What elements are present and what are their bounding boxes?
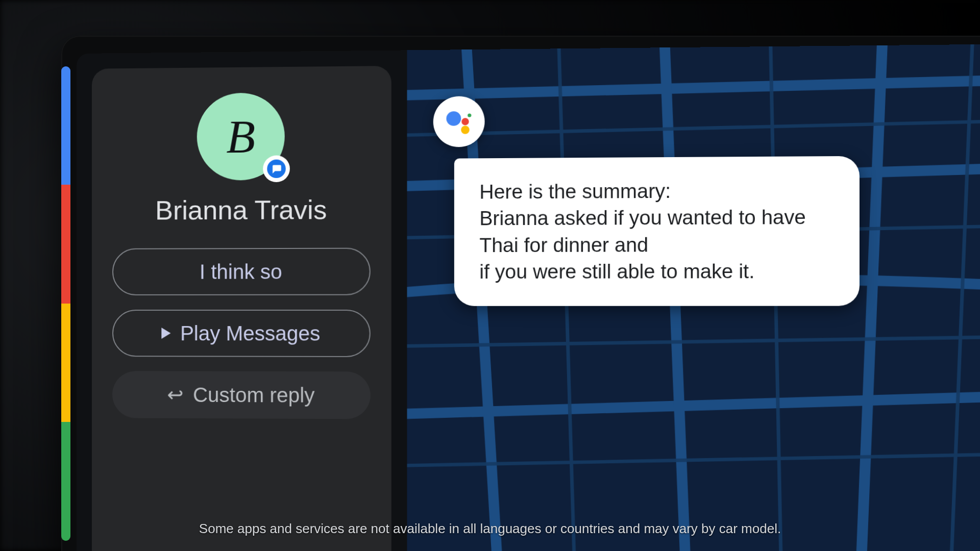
play-messages-label: Play Messages	[180, 322, 321, 345]
svg-point-4	[468, 114, 471, 117]
custom-reply-button[interactable]: ↩ Custom reply	[112, 371, 371, 419]
message-card: B Brianna Travis I think so Play Message…	[92, 66, 391, 551]
messages-app-badge	[263, 155, 290, 182]
custom-reply-label: Custom reply	[193, 383, 315, 407]
play-messages-button[interactable]: Play Messages	[112, 310, 371, 357]
contact-avatar[interactable]: B	[197, 92, 285, 180]
assistant-summary-text: Here is the summary: Brianna asked if yo…	[479, 180, 805, 283]
google-rainbow-strip	[61, 66, 70, 541]
messages-icon	[267, 160, 286, 178]
play-icon	[162, 328, 171, 339]
headunit-screen: B Brianna Travis I think so Play Message…	[77, 44, 980, 551]
assistant-summary-bubble: Here is the summary: Brianna asked if yo…	[454, 156, 860, 306]
svg-point-2	[461, 118, 469, 125]
suggested-reply-button[interactable]: I think so	[112, 248, 371, 295]
suggested-reply-label: I think so	[200, 260, 282, 284]
contact-initial: B	[226, 109, 255, 164]
disclaimer-text: Some apps and services are not available…	[0, 521, 980, 537]
reply-arrow-icon: ↩	[167, 383, 184, 406]
google-assistant-icon[interactable]	[433, 96, 485, 147]
svg-point-3	[461, 126, 469, 134]
svg-point-1	[446, 111, 461, 126]
contact-name: Brianna Travis	[155, 194, 327, 226]
